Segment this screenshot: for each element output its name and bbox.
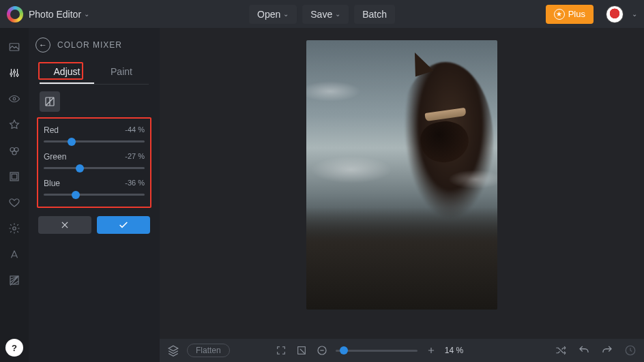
svg-point-10	[13, 227, 16, 230]
app-name-label: Photo Editor	[29, 9, 81, 20]
open-label: Open	[257, 9, 280, 20]
chevron-down-icon: ⌄	[335, 10, 340, 18]
cancel-button[interactable]	[38, 216, 91, 234]
back-arrow-button[interactable]: ←	[35, 37, 50, 52]
save-label: Save	[310, 9, 332, 20]
eye-icon[interactable]	[8, 92, 21, 106]
plus-label: Plus	[568, 9, 585, 19]
star-circle-icon: ★	[554, 9, 565, 20]
slider-track-red[interactable]	[44, 140, 145, 142]
zoom-slider-thumb[interactable]	[340, 346, 348, 355]
panel-tabs: Adjust Paint	[40, 61, 149, 85]
left-tool-rail	[0, 28, 29, 362]
canvas-area[interactable]	[160, 28, 644, 362]
slider-track-green[interactable]	[44, 167, 145, 169]
history-icon[interactable]	[624, 344, 637, 357]
flatten-button[interactable]: Flatten	[187, 344, 230, 357]
user-avatar[interactable]	[606, 5, 624, 23]
image-tool-icon[interactable]	[8, 40, 21, 54]
header-center-controls: Open ⌄ Save ⌄ Batch	[249, 5, 395, 24]
decoration	[408, 48, 433, 76]
slider-red: Red -44 %	[44, 125, 145, 142]
fit-screen-icon[interactable]	[274, 344, 288, 357]
undo-icon[interactable]	[577, 344, 591, 357]
svg-rect-9	[12, 174, 17, 179]
chevron-down-icon: ⌄	[84, 10, 89, 18]
shuffle-icon[interactable]	[554, 344, 568, 357]
batch-button[interactable]: Batch	[354, 5, 395, 24]
frame-icon[interactable]	[8, 170, 21, 183]
gear-icon[interactable]	[8, 222, 21, 235]
slider-label: Blue	[44, 179, 60, 188]
slider-value: -44 %	[125, 125, 145, 135]
slider-blue: Blue -36 %	[44, 179, 145, 196]
app-logo[interactable]	[7, 6, 23, 22]
slider-green: Green -27 %	[44, 152, 145, 169]
decoration	[448, 170, 497, 189]
slider-value: -27 %	[125, 152, 145, 162]
zoom-slider[interactable]	[336, 350, 418, 352]
slider-label: Green	[44, 152, 66, 162]
sliders-highlight-box: Red -44 % Green -27 % Blue -	[37, 117, 151, 208]
chevron-down-icon: ⌄	[283, 10, 289, 18]
decoration	[306, 81, 361, 102]
chevron-down-icon: ⌄	[632, 10, 637, 18]
texture-icon[interactable]	[8, 273, 21, 287]
decoration	[418, 117, 471, 166]
actual-size-icon[interactable]	[295, 344, 308, 357]
compare-split-icon[interactable]	[40, 91, 60, 112]
svg-point-3	[16, 74, 18, 76]
heart-icon[interactable]	[8, 196, 21, 209]
decoration	[310, 156, 392, 183]
save-button[interactable]: Save ⌄	[302, 5, 349, 24]
slider-track-blue[interactable]	[44, 194, 145, 196]
slider-thumb-blue[interactable]	[72, 191, 80, 199]
slider-thumb-green[interactable]	[76, 164, 84, 172]
layers-icon[interactable]	[166, 344, 180, 357]
slider-label: Red	[44, 125, 59, 135]
side-panel: ← COLOR MIXER Adjust Paint Red -44 %	[29, 28, 160, 362]
app-header: Photo Editor ⌄ Open ⌄ Save ⌄ Batch ★ Plu…	[0, 0, 644, 28]
tab-adjust[interactable]: Adjust	[40, 61, 94, 84]
panel-title: COLOR MIXER	[57, 40, 122, 50]
adjust-sliders-icon[interactable]	[8, 66, 21, 80]
tab-paint[interactable]: Paint	[94, 61, 149, 84]
zoom-out-icon[interactable]	[315, 344, 329, 357]
zoom-percent-label: 14 %	[445, 346, 472, 355]
batch-label: Batch	[362, 9, 387, 20]
svg-point-4	[13, 97, 16, 100]
close-icon	[60, 220, 70, 230]
check-icon	[118, 220, 129, 230]
app-name-dropdown[interactable]: Photo Editor ⌄	[29, 9, 89, 20]
svg-point-7	[12, 151, 16, 155]
svg-point-1	[10, 73, 12, 75]
redo-icon[interactable]	[600, 344, 614, 357]
help-button[interactable]: ?	[5, 339, 23, 357]
effects-icon[interactable]	[8, 144, 21, 157]
slider-value: -36 %	[125, 179, 145, 188]
text-icon[interactable]	[8, 247, 21, 261]
open-button[interactable]: Open ⌄	[249, 5, 297, 24]
preview-image	[306, 40, 497, 310]
zoom-in-icon[interactable]	[424, 344, 438, 357]
svg-point-2	[14, 71, 16, 73]
canvas-bottom-bar: Flatten 14 %	[160, 339, 644, 362]
apply-button[interactable]	[97, 216, 150, 234]
star-icon[interactable]	[8, 118, 21, 132]
slider-thumb-red[interactable]	[68, 138, 76, 146]
decoration	[424, 108, 466, 121]
plus-upgrade-button[interactable]: ★ Plus	[546, 5, 594, 24]
